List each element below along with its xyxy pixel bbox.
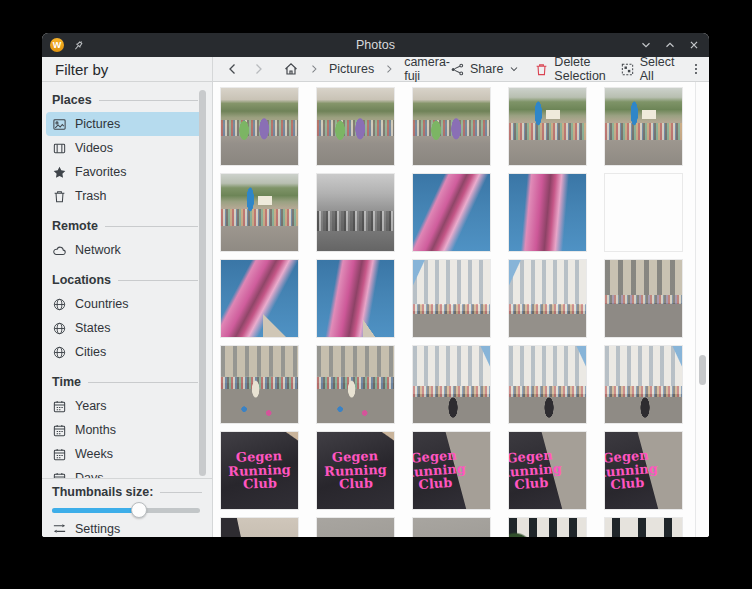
content-area: GegenRunningClubGegenRunningClubGegenRun… [213,82,709,537]
breadcrumb-item-pictures[interactable]: Pictures [329,62,374,76]
photo-thumbnail[interactable]: GegenRunningClub [317,432,394,509]
sidebar: PlacesPicturesVideosFavoritesTrashRemote… [42,82,213,537]
sidebar-item-label: Months [75,423,116,437]
filter-by-title: Filter by [55,61,108,78]
sidebar-item-countries[interactable]: Countries [46,292,204,316]
sidebar-item-label: Network [75,243,121,257]
share-button[interactable]: Share [450,62,520,77]
video-icon [52,141,67,156]
breadcrumb-separator-icon [308,63,320,75]
settings-label: Settings [75,522,120,536]
sidebar-item-favorites[interactable]: Favorites [46,160,204,184]
breadcrumb-item-camera-fuji[interactable]: camera-fuji [404,55,450,83]
sidebar-item-months[interactable]: Months [46,418,204,442]
slider-track[interactable] [52,508,200,513]
photo-thumbnail[interactable] [605,346,682,423]
globe-icon [52,321,67,336]
sidebar-item-label: Cities [75,345,106,359]
section-title-label: Places [52,93,92,107]
settings-button[interactable]: Settings [52,519,202,537]
select-all-label: Select All [640,55,675,83]
tune-icon [52,521,67,536]
photo-thumbnail[interactable] [221,88,298,165]
photo-thumbnail[interactable] [413,260,490,337]
trash-icon [52,189,67,204]
tshirt-print-text: GegenRunningClub [317,432,394,509]
sidebar-item-trash[interactable]: Trash [46,184,204,208]
photo-thumbnail[interactable] [413,518,490,537]
photo-thumbnail[interactable] [413,174,490,251]
sidebar-item-days[interactable]: Days [46,466,204,478]
app-icon: W [50,38,64,52]
photo-thumbnail[interactable] [413,88,490,165]
sidebar-item-years[interactable]: Years [46,394,204,418]
delete-selection-button[interactable]: Delete Selection [534,55,605,83]
sidebar-section-title-locations: Locations [52,268,198,292]
photo-thumbnail[interactable] [509,518,586,537]
thumbnails-size-label: Thumbnails size: [52,485,153,499]
back-button[interactable] [225,61,241,77]
photo-thumbnail[interactable]: GegenRunningClub [413,432,490,509]
content-scrollbar-thumb[interactable] [699,355,706,385]
minimize-button[interactable] [639,38,653,52]
sidebar-item-pictures[interactable]: Pictures [46,112,204,136]
photo-thumbnail[interactable] [509,346,586,423]
photo-thumbnail[interactable] [221,346,298,423]
sidebar-section-title-remote: Remote [52,214,198,238]
sidebar-item-cities[interactable]: Cities [46,340,204,364]
home-button[interactable] [283,61,299,77]
photo-thumbnail[interactable] [605,260,682,337]
section-title-label: Time [52,375,81,389]
select-all-button[interactable]: Select All [620,55,675,83]
sidebar-item-videos[interactable]: Videos [46,136,204,160]
window-title: Photos [42,38,709,52]
section-title-label: Remote [52,219,98,233]
thumbnail-grid: GegenRunningClubGegenRunningClubGegenRun… [213,82,695,537]
share-icon [450,62,465,77]
photo-thumbnail[interactable]: GegenRunningClub [221,518,298,537]
photo-thumbnail[interactable]: GegenRunningClub [605,432,682,509]
sidebar-item-network[interactable]: Network [46,238,204,262]
photo-thumbnail[interactable] [317,88,394,165]
chevron-down-icon [508,63,520,75]
photo-thumbnail[interactable] [413,346,490,423]
sidebar-section-title-places: Places [52,88,198,112]
sidebar-scrollbar[interactable] [199,90,206,476]
breadcrumb-separator-icon [383,63,395,75]
calendar-icon [52,399,67,414]
thumbnail-size-slider[interactable] [52,501,202,519]
photo-thumbnail[interactable] [509,260,586,337]
photo-thumbnail[interactable] [605,518,682,537]
photo-thumbnail[interactable]: GegenRunningClub [509,432,586,509]
photo-thumbnail[interactable] [317,260,394,337]
photo-thumbnail[interactable] [221,260,298,337]
forward-button[interactable] [250,61,266,77]
photo-thumbnail[interactable] [605,174,682,251]
sidebar-item-weeks[interactable]: Weeks [46,442,204,466]
maximize-button[interactable] [663,38,677,52]
photo-thumbnail[interactable] [605,88,682,165]
photo-thumbnail[interactable] [221,174,298,251]
close-button[interactable] [687,38,701,52]
sidebar-item-states[interactable]: States [46,316,204,340]
image-icon [52,117,67,132]
photo-thumbnail[interactable] [317,174,394,251]
slider-handle[interactable] [131,502,147,518]
pin-icon[interactable] [72,39,85,52]
sidebar-item-label: Years [75,399,107,413]
content-scrollbar-track[interactable] [695,82,709,537]
photo-thumbnail[interactable] [509,88,586,165]
photo-thumbnail[interactable] [317,518,394,537]
sidebar-footer: Thumbnails size: Settings [42,478,212,537]
share-label: Share [470,62,503,76]
overflow-menu-button[interactable] [689,62,703,76]
toolbar: Pictures camera-fuji Share [213,57,709,81]
titlebar[interactable]: W Photos [42,33,709,57]
slider-fill [52,508,138,513]
sidebar-item-label: Pictures [75,117,120,131]
photo-thumbnail[interactable]: GegenRunningClub [221,432,298,509]
calendar-icon [52,471,67,479]
photo-thumbnail[interactable] [317,346,394,423]
photo-thumbnail[interactable] [509,174,586,251]
tshirt-print-text: GegenRunningClub [605,432,682,509]
